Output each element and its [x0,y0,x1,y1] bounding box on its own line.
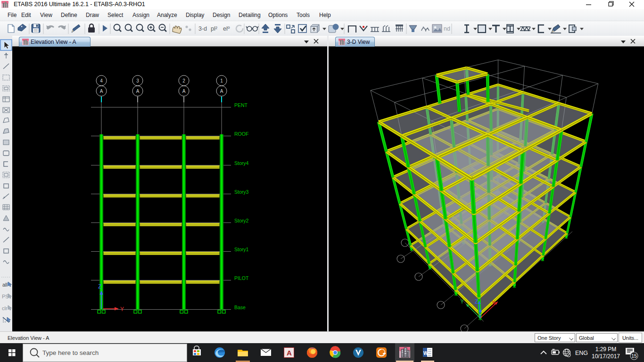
svg-text:A: A [136,89,140,94]
svg-text:A: A [220,89,223,94]
svg-text:3-d: 3-d [198,25,207,32]
svg-text:Z: Z [475,298,478,305]
svg-text:pl²: pl² [211,25,217,32]
svg-text:PS: PS [2,294,9,299]
svg-text:PENT: PENT [234,102,248,108]
svg-text:elº: elº [223,25,230,32]
svg-text:PILOT: PILOT [234,275,249,281]
svg-text:3: 3 [136,78,139,83]
svg-text:Y: Y [460,298,464,305]
svg-text:4: 4 [100,78,103,83]
svg-text:Story3: Story3 [234,189,249,195]
svg-text:A: A [182,89,186,94]
svg-text:Story2: Story2 [234,218,249,223]
svg-text:Z: Z [98,283,101,290]
svg-text:clr: clr [2,305,8,311]
svg-text:Story1: Story1 [234,247,249,252]
svg-text:Story4: Story4 [234,160,249,166]
svg-text:all: all [2,282,8,288]
svg-text:nd: nd [444,25,450,32]
svg-text:1: 1 [220,78,223,83]
svg-text:Y: Y [120,306,124,313]
svg-text:2: 2 [182,78,185,83]
svg-text:A: A [100,89,103,94]
svg-text:X: X [492,300,495,306]
svg-text:Base: Base [234,304,246,310]
svg-text:ROOF: ROOF [234,131,248,137]
